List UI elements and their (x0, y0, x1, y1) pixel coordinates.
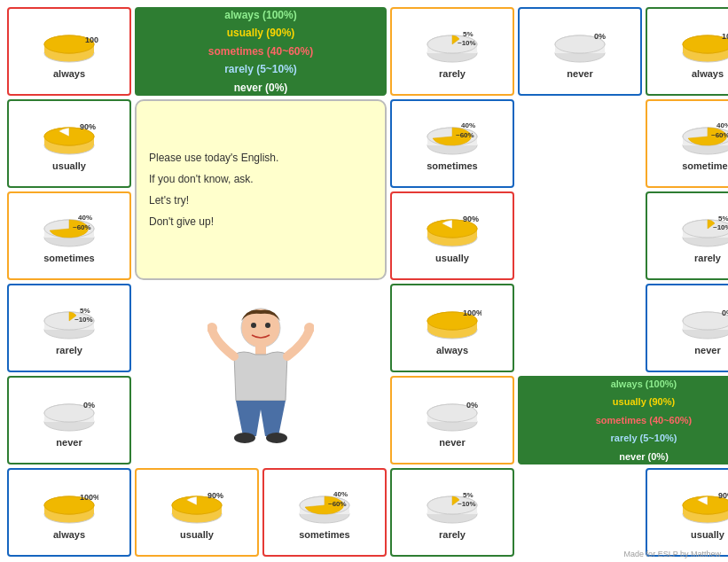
card-label-r1c5: never (567, 68, 592, 79)
board: 100% always always (100%) usually (90%) … (0, 0, 728, 562)
card-r5c1[interactable]: 0% never (7, 376, 131, 464)
card-label-r3c4: usually (435, 253, 469, 263)
svg-point-63 (265, 323, 270, 328)
svg-text:100%: 100% (80, 493, 98, 502)
card-r1c1[interactable]: 100% always (7, 7, 131, 96)
card-r1c6[interactable]: 100% always (646, 7, 728, 96)
card-r6c3[interactable]: 40% ~60% sometimes (262, 468, 387, 557)
card-label-r6c4: rarely (439, 529, 466, 540)
svg-text:90%: 90% (80, 122, 96, 131)
svg-text:40%: 40% (716, 121, 729, 129)
svg-text:90%: 90% (718, 491, 729, 500)
svg-text:40%: 40% (333, 490, 348, 498)
legend-always-b: always (100%) (611, 379, 677, 389)
legend-never-b: never (0%) (619, 451, 669, 462)
svg-point-68 (266, 433, 287, 443)
card-r6c6[interactable]: 90% usually (646, 468, 728, 557)
svg-text:~60%: ~60% (456, 131, 474, 139)
card-label-r4c1: rarely (56, 345, 82, 355)
svg-text:0%: 0% (722, 308, 729, 317)
card-r1c4[interactable]: 5% ~10% rarely (390, 7, 514, 96)
svg-text:~60%: ~60% (328, 500, 347, 508)
card-label-r6c6: usually (691, 529, 724, 540)
card-label-r1c1: always (53, 68, 85, 79)
card-r1c5[interactable]: 0% never (518, 7, 642, 96)
card-r6c1[interactable]: 100% always (7, 468, 131, 557)
legend-usually-b: usually (90%) (613, 396, 675, 407)
speech-line1: Please use today's English. (149, 147, 372, 168)
svg-text:~10%: ~10% (458, 500, 476, 508)
legend-always: always (100%) (224, 9, 296, 21)
empty-r2c5 (518, 99, 642, 188)
empty-r6c5 (518, 468, 642, 557)
empty-r4c5 (518, 284, 642, 372)
character-area (135, 284, 387, 464)
svg-text:~60%: ~60% (711, 131, 729, 139)
card-label-r4c6: never (694, 345, 720, 355)
svg-text:100%: 100% (85, 35, 98, 44)
card-label-r5c1: never (56, 437, 82, 448)
card-r4c1[interactable]: 5% ~10% rarely (7, 284, 131, 372)
card-r2c4[interactable]: 40% ~60% sometimes (390, 99, 514, 188)
card-r6c4[interactable]: 5% ~10% rarely (390, 468, 514, 557)
svg-text:5%: 5% (718, 215, 729, 222)
card-label-r3c6: rarely (694, 253, 721, 263)
card-label-r6c3: sometimes (299, 529, 349, 540)
legend-rarely: rarely (5~10%) (224, 63, 297, 75)
character-svg (207, 303, 314, 445)
svg-text:~60%: ~60% (73, 223, 91, 231)
legend-rarely-b: rarely (5~10%) (611, 433, 677, 443)
empty-r3c5 (518, 191, 642, 280)
svg-text:90%: 90% (207, 491, 223, 500)
card-r3c6[interactable]: 5% ~10% rarely (646, 191, 728, 280)
card-r4c6[interactable]: 0% never (646, 284, 728, 372)
svg-text:100%: 100% (463, 308, 481, 317)
svg-text:~10%: ~10% (713, 223, 729, 231)
game-grid: 100% always always (100%) usually (90%) … (7, 7, 721, 555)
legend-sometimes: sometimes (40~60%) (208, 45, 313, 58)
card-label-r2c4: sometimes (427, 160, 477, 171)
svg-text:0%: 0% (594, 32, 606, 41)
card-label-r2c1: usually (52, 160, 86, 171)
legend-sometimes-b: sometimes (40~60%) (596, 415, 693, 425)
svg-text:40%: 40% (461, 121, 475, 129)
card-r6c2[interactable]: 90% usually (135, 468, 259, 557)
card-r2c1[interactable]: 90% usually (7, 99, 131, 188)
legend-never: never (0%) (234, 82, 288, 94)
svg-text:~10%: ~10% (458, 39, 476, 47)
card-label-r5c4: never (439, 437, 465, 448)
card-label-r6c2: usually (180, 529, 214, 540)
card-label-r4c4: always (436, 345, 468, 355)
legend-card-bottom: always (100%) usually (90%) sometimes (4… (518, 376, 728, 464)
svg-text:5%: 5% (80, 307, 90, 315)
card-label-r1c4: rarely (439, 68, 466, 79)
svg-text:~10%: ~10% (74, 316, 93, 324)
card-label-r1c6: always (692, 68, 724, 79)
legend-card-top: always (100%) usually (90%) sometimes (4… (135, 7, 387, 96)
legend-usually: usually (90%) (227, 27, 295, 39)
svg-text:90%: 90% (463, 215, 479, 223)
card-label-r3c1: sometimes (43, 253, 94, 263)
svg-text:40%: 40% (78, 214, 92, 222)
speech-line4: Don't give up! (149, 211, 372, 232)
svg-point-62 (251, 323, 256, 328)
card-label-r6c1: always (53, 529, 85, 540)
svg-text:5%: 5% (463, 491, 474, 499)
svg-text:100%: 100% (722, 32, 729, 41)
svg-point-67 (234, 433, 255, 443)
svg-rect-64 (255, 346, 266, 355)
svg-text:5%: 5% (463, 30, 474, 38)
speech-line3: Let's try! (149, 190, 372, 211)
speech-bubble: Please use today's English. If you don't… (135, 99, 387, 280)
watermark: Made for ESLP by Matthew (624, 550, 721, 558)
card-label-r2c6: sometimes (682, 160, 728, 171)
card-r2c6[interactable]: 40% ~60% sometimes (646, 99, 728, 188)
svg-text:0%: 0% (466, 401, 478, 410)
card-r5c4[interactable]: 0% never (390, 376, 514, 464)
card-r3c1[interactable]: 40% ~60% sometimes (7, 191, 131, 280)
svg-text:0%: 0% (83, 401, 95, 410)
card-r4c4[interactable]: 100% always (390, 284, 514, 372)
card-r3c4[interactable]: 90% usually (390, 191, 514, 280)
speech-line2: If you don't know, ask. (149, 168, 372, 190)
